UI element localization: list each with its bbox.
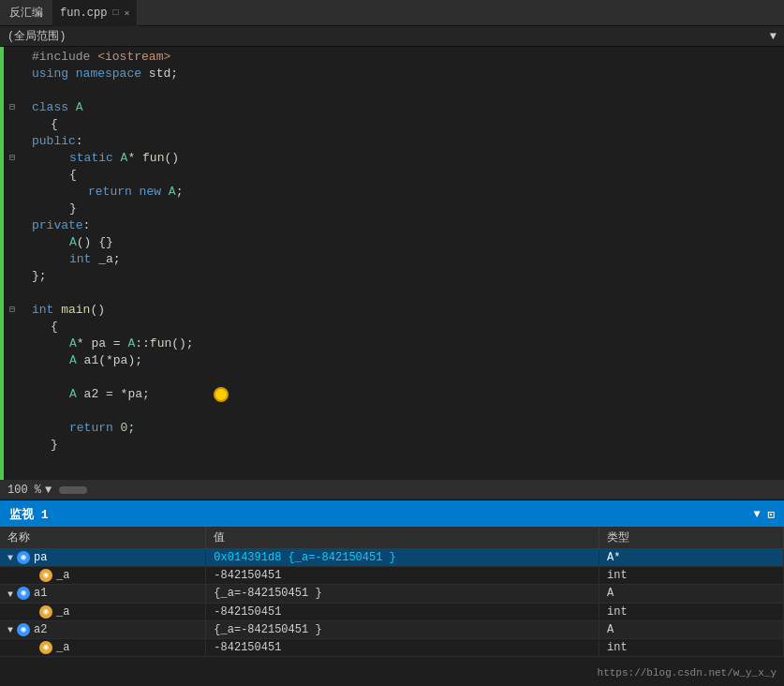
tab-pin-icon: □ — [112, 7, 118, 18]
watch-cell-type: int — [599, 638, 784, 656]
watch-header: 监视 1 ▼ ⊡ — [0, 502, 784, 527]
watch-cell-name: ▼◉a2 — [0, 620, 206, 638]
title-bar: 反汇编 fun.cpp □ ✕ — [0, 0, 784, 26]
code-line-21: return 0; — [32, 420, 784, 437]
watch-row[interactable]: ◉_a-842150451int — [0, 638, 784, 656]
expand-icon[interactable]: ▼ — [7, 553, 13, 563]
watch-cell-name: ▼◉a1 — [0, 585, 206, 603]
watch-cell-val: -842150451 — [206, 603, 599, 620]
watch-row[interactable]: ▼◉a2{_a=-842150451 }A — [0, 620, 784, 638]
debug-icon — [155, 369, 230, 420]
watch-cell-type: A* — [599, 549, 784, 567]
watch-row[interactable]: ▼◉pa0x014391d8 {_a=-842150451 }A* — [0, 549, 784, 567]
watch-cell-type: A — [599, 585, 784, 603]
code-line-13: int _a; — [32, 251, 784, 268]
watch-dock-icon[interactable]: ⊡ — [768, 508, 775, 522]
code-line-12: A() {} — [32, 234, 784, 251]
watch-header-controls: ▼ ⊡ — [754, 508, 775, 522]
var-name: a2 — [34, 623, 47, 636]
code-line-16: int main() — [32, 302, 784, 319]
col-header-type: 类型 — [599, 527, 784, 549]
watch-cell-type: A — [599, 620, 784, 638]
gutter: ⊟ ⊟ ⊟ — [0, 47, 28, 480]
code-line-1: #include <iostream> — [32, 49, 784, 66]
scrollbar-thumb[interactable] — [59, 486, 87, 494]
watch-row[interactable]: ◉_a-842150451int — [0, 603, 784, 620]
code-line-5: { — [32, 116, 784, 133]
scope-label: (全局范围) — [7, 28, 66, 44]
zoom-dropdown-icon[interactable]: ▼ — [45, 484, 52, 497]
scope-bar: (全局范围) ▼ — [0, 26, 784, 47]
watch-cell-val: {_a=-842150451 } — [206, 585, 599, 603]
type-icon: ◉ — [17, 551, 30, 564]
fold-main-marker[interactable]: ⊟ — [6, 302, 28, 319]
var-name: pa — [34, 551, 47, 564]
code-line-19: A a1(*pa); — [32, 352, 784, 369]
code-line-18: A* pa = A::fun(); — [32, 336, 784, 352]
type-icon: ◉ — [39, 605, 52, 619]
watch-cell-type: int — [599, 603, 784, 620]
code-content[interactable]: #include <iostream> using namespace std;… — [28, 47, 784, 480]
var-name: _a — [56, 605, 69, 619]
watch-table: 名称 值 类型 ▼◉pa0x014391d8 {_a=-842150451 }A… — [0, 527, 784, 657]
code-line-6: public: — [32, 133, 784, 150]
green-bar — [0, 47, 4, 480]
code-editor: ⊟ ⊟ ⊟ #include <iostream> using namespac… — [0, 47, 784, 480]
code-line-22: } — [32, 437, 784, 454]
watch-cell-name: ▼◉pa — [0, 549, 206, 567]
zoom-level: 100 % — [7, 484, 41, 497]
code-line-11: private: — [32, 217, 784, 234]
watch-cell-name: ◉_a — [0, 603, 206, 620]
watch-panel: 监视 1 ▼ ⊡ 名称 值 类型 ▼◉pa0x014391d8 {_a=-842… — [0, 500, 784, 657]
fold-class-marker[interactable]: ⊟ — [6, 99, 28, 116]
tab-close-icon[interactable]: ✕ — [124, 7, 129, 19]
watch-cell-val: -842150451 — [206, 567, 599, 585]
code-line-4: class A — [32, 99, 784, 116]
var-name: _a — [56, 569, 69, 582]
type-icon: ◉ — [39, 569, 52, 582]
watch-row[interactable]: ▼◉a1{_a=-842150451 }A — [0, 585, 784, 603]
watch-table-header: 名称 值 类型 — [0, 527, 784, 549]
expand-icon[interactable]: ▼ — [7, 625, 13, 635]
scope-dropdown-icon[interactable]: ▼ — [770, 30, 777, 43]
var-name: a1 — [34, 588, 47, 601]
var-name: _a — [56, 641, 69, 654]
code-line-3 — [32, 82, 784, 99]
fold-fun-marker[interactable]: ⊟ — [6, 150, 28, 167]
code-line-8: { — [32, 167, 784, 184]
code-line-10: } — [32, 201, 784, 217]
watch-cell-type: int — [599, 567, 784, 585]
code-line-7: static A* fun() — [32, 150, 784, 167]
watch-cell-val: 0x014391d8 {_a=-842150451 } — [206, 549, 599, 567]
code-line-9: return new A; — [32, 184, 784, 201]
code-line-20: A a2 = *pa; — [32, 369, 784, 420]
col-header-name: 名称 — [0, 527, 206, 549]
expand-icon[interactable]: ▼ — [7, 589, 13, 600]
zoom-bar: 100 % ▼ — [0, 480, 784, 500]
watch-pin-icon[interactable]: ▼ — [754, 508, 761, 521]
code-line-2: using namespace std; — [32, 66, 784, 82]
code-line-14: }; — [32, 268, 784, 285]
watch-cell-name: ◉_a — [0, 638, 206, 656]
type-icon: ◉ — [17, 623, 30, 636]
type-icon: ◉ — [39, 641, 52, 654]
col-header-val: 值 — [206, 527, 599, 549]
code-line-17: { — [32, 319, 784, 336]
title-bar-label: 反汇编 — [0, 5, 52, 21]
tab-fun-cpp[interactable]: fun.cpp □ ✕ — [52, 0, 138, 26]
watch-title: 监视 1 — [9, 506, 49, 523]
watch-cell-val: -842150451 — [206, 638, 599, 656]
watch-cell-name: ◉_a — [0, 567, 206, 585]
watch-row[interactable]: ◉_a-842150451int — [0, 567, 784, 585]
watch-cell-val: {_a=-842150451 } — [206, 620, 599, 638]
tab-name: fun.cpp — [60, 7, 107, 20]
type-icon: ◉ — [17, 587, 30, 600]
watermark: https://blog.csdn.net/w_y_x_y — [598, 667, 777, 679]
code-line-15 — [32, 285, 784, 302]
